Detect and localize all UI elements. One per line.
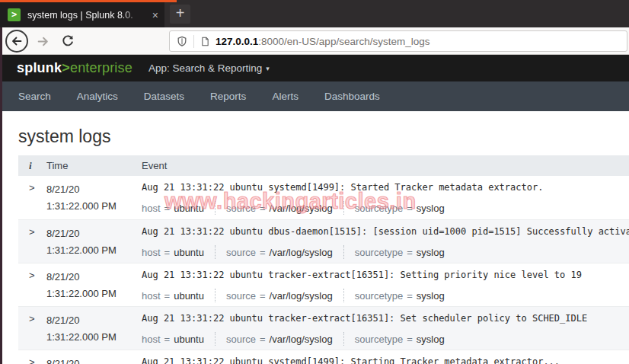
field-key-host[interactable]: host: [142, 203, 161, 214]
expand-chevron-icon[interactable]: >: [18, 307, 46, 350]
equals-sign: =: [407, 290, 413, 302]
field-key-host[interactable]: host: [142, 290, 161, 302]
url-host: 127.0.0.1: [216, 36, 258, 47]
events-table-header: i Time Event: [18, 155, 629, 176]
column-header-info: i: [18, 160, 46, 172]
expand-chevron-icon[interactable]: >: [18, 350, 46, 364]
field-divider: [215, 201, 216, 215]
event-cell: Aug 21 13:31:22 ubuntu systemd[1499]: St…: [142, 176, 629, 219]
nav-item-datasets[interactable]: Datasets: [144, 91, 184, 102]
equals-sign: =: [407, 334, 413, 345]
equals-sign: =: [260, 203, 266, 214]
event-time: 8/21/20: [46, 350, 142, 364]
equals-sign: =: [260, 290, 266, 302]
events-table: i Time Event > 8/21/201:31:22.000 PM Aug…: [18, 155, 629, 364]
event-fields: host=ubuntu source=/var/log/syslog sourc…: [142, 289, 629, 302]
event-clock: 1:31:22.000 PM: [46, 200, 117, 212]
event-time: 8/21/201:31:22.000 PM: [46, 220, 142, 263]
splunk-favicon-icon: >: [8, 8, 21, 21]
field-value-sourcetype[interactable]: syslog: [417, 247, 445, 258]
splunk-logo[interactable]: splunk>enterprise: [17, 60, 133, 76]
browser-tab-active[interactable]: > system logs | Splunk 8.0. ×: [0, 0, 164, 27]
expand-chevron-icon[interactable]: >: [18, 176, 46, 219]
equals-sign: =: [407, 247, 413, 258]
field-divider: [343, 332, 344, 346]
equals-sign: =: [260, 247, 266, 258]
table-row: > 8/21/201:31:22.000 PM Aug 21 13:31:22 …: [18, 263, 629, 306]
event-raw-text: Aug 21 13:31:22 ubuntu tracker-extract[1…: [142, 312, 629, 324]
field-divider: [215, 332, 216, 346]
event-raw-text: Aug 21 13:31:22 ubuntu systemd[1499]: St…: [142, 356, 629, 364]
forward-button[interactable]: [37, 35, 49, 48]
field-key-source[interactable]: source: [226, 203, 256, 214]
nav-item-alerts[interactable]: Alerts: [272, 91, 299, 102]
field-value-sourcetype[interactable]: syslog: [417, 334, 445, 345]
field-value-host[interactable]: ubuntu: [174, 203, 204, 214]
event-time: 8/21/201:31:22.000 PM: [46, 176, 142, 219]
nav-item-dashboards[interactable]: Dashboards: [324, 91, 380, 102]
tab-close-icon[interactable]: ×: [152, 10, 158, 21]
event-date: 8/21/20: [46, 228, 79, 239]
splunk-logo-product: enterprise: [70, 60, 133, 75]
page-info-icon[interactable]: [200, 36, 210, 47]
event-cell: Aug 21 13:31:22 ubuntu tracker-extract[1…: [142, 263, 629, 306]
field-value-host[interactable]: ubuntu: [174, 247, 204, 258]
url-bar[interactable]: 127.0.0.1:8000/en-US/app/search/system_l…: [169, 30, 627, 52]
nav-item-search[interactable]: Search: [18, 91, 51, 102]
event-date: 8/21/20: [46, 184, 79, 195]
table-row: > 8/21/201:31:22.000 PM Aug 21 13:31:22 …: [18, 306, 629, 350]
event-raw-text: Aug 21 13:31:22 ubuntu tracker-extract[1…: [142, 269, 629, 281]
nav-item-reports[interactable]: Reports: [210, 91, 246, 102]
event-cell: Aug 21 13:31:22 ubuntu tracker-extract[1…: [142, 307, 629, 350]
event-fields: host=ubuntu source=/var/log/syslog sourc…: [142, 332, 629, 346]
url-text: 127.0.0.1:8000/en-US/app/search/system_l…: [216, 36, 429, 47]
field-key-sourcetype[interactable]: sourcetype: [355, 247, 404, 258]
splunk-logo-gt: >: [62, 60, 70, 75]
field-key-sourcetype[interactable]: sourcetype: [355, 334, 404, 345]
splunk-logo-word: splunk: [17, 60, 62, 75]
field-divider: [343, 245, 344, 259]
field-value-source[interactable]: /var/log/syslog: [270, 334, 333, 345]
field-key-source[interactable]: source: [226, 247, 256, 258]
field-key-sourcetype[interactable]: sourcetype: [355, 203, 404, 214]
event-date: 8/21/20: [46, 315, 79, 326]
field-key-source[interactable]: source: [226, 334, 256, 345]
urlbar-divider: [193, 35, 194, 48]
field-value-source[interactable]: /var/log/syslog: [270, 203, 333, 214]
tracking-protection-shield-icon[interactable]: [177, 36, 187, 47]
field-key-sourcetype[interactable]: sourcetype: [355, 290, 404, 302]
equals-sign: =: [260, 334, 266, 345]
expand-chevron-icon[interactable]: >: [18, 263, 46, 306]
event-cell: Aug 21 13:31:22 ubuntu dbus-daemon[1515]…: [142, 220, 629, 263]
event-time: 8/21/201:31:22.000 PM: [46, 307, 142, 350]
equals-sign: =: [407, 203, 413, 214]
table-row: > 8/21/20 Aug 21 13:31:22 ubuntu systemd…: [18, 350, 629, 364]
column-header-time: Time: [46, 160, 142, 171]
expand-chevron-icon[interactable]: >: [18, 220, 46, 263]
nav-item-analytics[interactable]: Analytics: [77, 91, 118, 102]
field-value-sourcetype[interactable]: syslog: [417, 203, 445, 214]
field-value-host[interactable]: ubuntu: [174, 334, 204, 345]
column-header-event: Event: [142, 160, 629, 171]
equals-sign: =: [164, 203, 171, 214]
app-menu-dropdown[interactable]: App: Search & Reporting▾: [148, 62, 270, 74]
field-key-host[interactable]: host: [142, 334, 161, 345]
field-value-host[interactable]: ubuntu: [174, 290, 204, 302]
back-button[interactable]: [5, 30, 28, 53]
event-clock: 1:31:22.000 PM: [46, 331, 117, 343]
field-key-host[interactable]: host: [142, 247, 161, 258]
arrow-right-icon: [37, 35, 49, 48]
event-fields: host=ubuntu source=/var/log/syslog sourc…: [142, 245, 629, 259]
event-fields: host=ubuntu source=/var/log/syslog sourc…: [142, 201, 629, 215]
reload-button[interactable]: [61, 34, 75, 48]
field-value-sourcetype[interactable]: syslog: [417, 290, 445, 302]
event-time: 8/21/201:31:22.000 PM: [46, 263, 142, 306]
event-raw-text: Aug 21 13:31:22 ubuntu systemd[1499]: St…: [142, 181, 629, 193]
field-value-source[interactable]: /var/log/syslog: [270, 290, 333, 302]
event-clock: 1:31:22.000 PM: [46, 288, 117, 299]
new-tab-button[interactable]: +: [170, 5, 190, 24]
field-value-source[interactable]: /var/log/syslog: [270, 247, 333, 258]
field-divider: [215, 245, 216, 259]
field-key-source[interactable]: source: [226, 290, 256, 302]
chevron-down-icon: ▾: [266, 65, 270, 72]
